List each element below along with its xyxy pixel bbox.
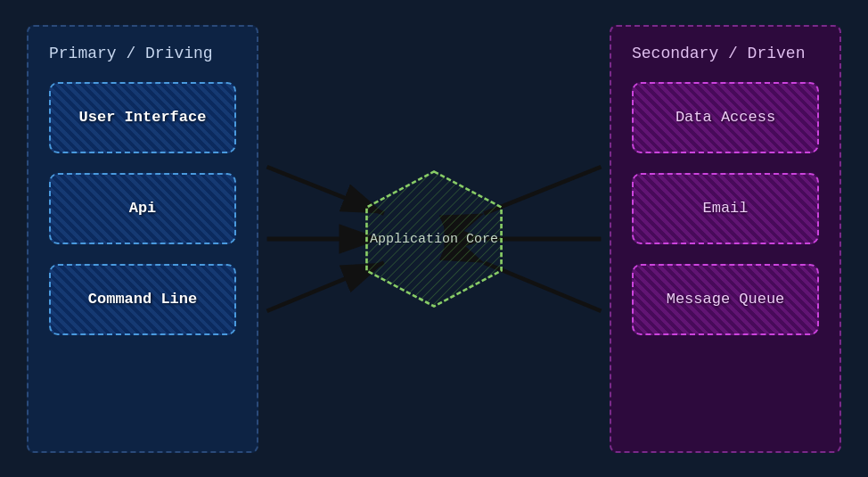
email-box: Email [632, 173, 819, 244]
primary-panel: Primary / Driving User Interface Api Com… [27, 25, 258, 453]
user-interface-label: User Interface [79, 109, 207, 126]
primary-title: Primary / Driving [49, 45, 213, 62]
command-line-label: Command Line [88, 291, 197, 308]
secondary-panel: Secondary / Driven Data Access Email Mes… [610, 25, 841, 453]
hexagon [354, 168, 514, 310]
command-line-box: Command Line [49, 264, 236, 335]
hexagon-container: Application Core [345, 150, 523, 328]
user-interface-box: User Interface [49, 82, 236, 153]
center-area: Application Core [258, 25, 610, 453]
message-queue-label: Message Queue [667, 291, 785, 308]
api-label: Api [129, 200, 157, 217]
api-box: Api [49, 173, 236, 244]
svg-marker-9 [366, 171, 501, 306]
data-access-box: Data Access [632, 82, 819, 153]
email-label: Email [702, 200, 748, 217]
message-queue-box: Message Queue [632, 264, 819, 335]
data-access-label: Data Access [676, 109, 775, 126]
diagram-container: Primary / Driving User Interface Api Com… [0, 0, 868, 477]
secondary-title: Secondary / Driven [632, 45, 805, 62]
